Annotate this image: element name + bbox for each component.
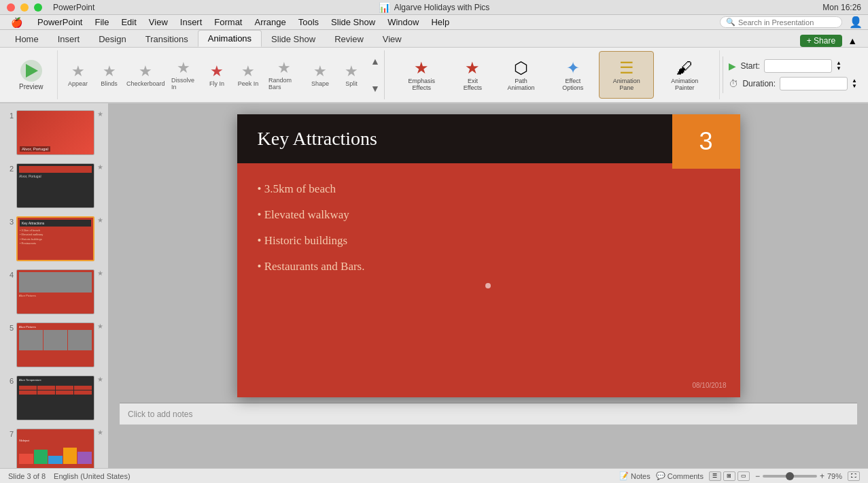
tab-insert[interactable]: Insert	[48, 31, 90, 47]
animation-dissolvein[interactable]: ★ Dissolve In	[167, 56, 201, 93]
notes-area[interactable]: Click to add notes	[120, 403, 857, 424]
animation-flyin[interactable]: ★ Fly In	[202, 60, 232, 90]
menu-tools[interactable]: Tools	[293, 16, 324, 29]
menu-slideshow[interactable]: Slide Show	[326, 16, 381, 29]
language-indicator: English (United States)	[54, 472, 131, 480]
tab-review[interactable]: Review	[325, 31, 373, 47]
emphasis-effects-button[interactable]: ★ Emphasis Effects	[393, 51, 451, 99]
search-bar[interactable]: 🔍	[720, 16, 842, 28]
animation-peekin[interactable]: ★ Peek In	[233, 60, 263, 90]
effect-options-button[interactable]: ✦ Effect Options	[549, 51, 597, 99]
slide-number-1: 1	[4, 112, 14, 120]
notes-button[interactable]: 📝 Notes	[619, 471, 650, 480]
animation-pane-button[interactable]: ☰ Animation Pane	[599, 51, 654, 99]
slide-number-3: 3	[4, 218, 14, 226]
tab-home[interactable]: Home	[5, 31, 48, 47]
menu-powerpoint[interactable]: PowerPoint	[32, 16, 88, 29]
slide-canvas[interactable]: Key Attractions 3 • 3.5km of beach • Ele…	[237, 114, 740, 397]
statusbar-left: Slide 3 of 8 English (United States)	[8, 472, 131, 480]
list-item[interactable]: 1 Alvor, Portugal ★	[3, 109, 105, 156]
thumb7-bar4	[63, 448, 77, 464]
zoom-out-button[interactable]: −	[755, 471, 760, 481]
collapse-ribbon-button[interactable]: ▲	[848, 35, 857, 46]
animation-appear[interactable]: ★ Appear	[63, 60, 93, 90]
maximize-button[interactable]	[34, 3, 42, 12]
menu-insert[interactable]: Insert	[175, 16, 208, 29]
list-item[interactable]: 3 Key Attractions • 3.5km of beach• Elev…	[3, 215, 105, 263]
menu-help[interactable]: Help	[426, 16, 455, 29]
randombars-label: Random Bars	[268, 77, 300, 90]
slide-thumbnail-2[interactable]: Alvor, Portugal	[16, 163, 94, 208]
statusbar: Slide 3 of 8 English (United States) 📝 N…	[0, 468, 868, 483]
animation-checkerboard[interactable]: ★ Checkerboard	[126, 60, 166, 90]
slide-thumbnail-5[interactable]: Alvor Pictures	[16, 322, 94, 367]
start-stepper[interactable]: ▲ ▼	[836, 61, 841, 71]
zoom-in-button[interactable]: +	[820, 471, 824, 481]
duration-stepper[interactable]: ▲ ▼	[852, 78, 857, 89]
menu-format[interactable]: Format	[209, 16, 247, 29]
tab-design[interactable]: Design	[89, 31, 135, 47]
animation-painter-button[interactable]: 🖌 Animation Painter	[655, 51, 714, 99]
fit-screen-button[interactable]: ⛶	[848, 471, 860, 481]
thumb7-bar2	[34, 450, 48, 464]
grid-view-button[interactable]: ⊞	[723, 471, 735, 481]
slide-date: 08/10/2018	[692, 382, 726, 389]
menu-window[interactable]: Window	[382, 16, 424, 29]
slide-count: Slide 3 of 8	[8, 472, 46, 480]
animation-blinds[interactable]: ★ Blinds	[94, 60, 124, 90]
slide-thumbnail-3[interactable]: Key Attractions • 3.5km of beach• Elevat…	[16, 216, 94, 261]
slide-thumbnail-1[interactable]: Alvor, Portugal	[16, 110, 94, 155]
tab-animations[interactable]: Animations	[198, 30, 262, 47]
split-icon: ★	[345, 63, 358, 80]
start-input[interactable]	[764, 59, 832, 73]
user-icon[interactable]: 👤	[849, 16, 863, 29]
zoom-slider[interactable]	[763, 475, 817, 478]
app-window: PowerPoint 📊 Algarve Holidays with Pics …	[0, 0, 868, 483]
zoom-level: 79%	[827, 472, 842, 480]
flyin-icon: ★	[210, 63, 224, 80]
reading-view-button[interactable]: ▭	[737, 471, 750, 481]
list-item[interactable]: 7 Slideject ★	[3, 427, 105, 468]
animation-split[interactable]: ★ Split	[336, 60, 366, 90]
search-input[interactable]	[738, 18, 833, 27]
close-button[interactable]	[7, 3, 15, 12]
minimize-button[interactable]	[20, 3, 29, 12]
cursor	[485, 283, 491, 288]
slide-thumbnail-6[interactable]: Alvor Temperature	[16, 376, 94, 420]
tab-slideshow[interactable]: Slide Show	[262, 31, 325, 47]
tab-transitions[interactable]: Transitions	[136, 31, 198, 47]
exit-effects-button[interactable]: ★ Exit Effects	[452, 51, 494, 99]
path-animation-button[interactable]: ⬡ Path Animation	[495, 51, 546, 99]
slide-thumbnail-4[interactable]: Alvor Pictures	[16, 269, 94, 314]
animation-randombars[interactable]: ★ Random Bars	[264, 56, 304, 93]
list-item[interactable]: 5 Alvor Pictures ★	[3, 321, 105, 369]
thumb6-cell	[19, 386, 37, 390]
tab-view[interactable]: View	[373, 31, 411, 47]
thumb6-cell	[37, 386, 55, 390]
menu-edit[interactable]: Edit	[116, 16, 141, 29]
normal-view-button[interactable]: ☰	[709, 471, 721, 481]
ribbon-group-preview: Preview	[5, 50, 58, 99]
shape-label: Shape	[311, 80, 329, 87]
share-button[interactable]: + Share	[800, 35, 842, 47]
star-3: ★	[97, 216, 104, 224]
scroll-down-icon[interactable]: ▼	[369, 82, 381, 95]
scroll-up-icon[interactable]: ▲	[369, 54, 381, 68]
slide-thumbnail-7[interactable]: Slideject	[16, 429, 94, 468]
slide-number-box: 3	[672, 114, 740, 169]
exit-effects-icon: ★	[465, 59, 480, 78]
thumb6-cell	[74, 386, 92, 390]
menu-arrange[interactable]: Arrange	[249, 16, 291, 29]
list-item[interactable]: 2 Alvor, Portugal ★	[3, 162, 105, 210]
comments-button[interactable]: 💬 Comments	[656, 471, 704, 480]
apple-menu[interactable]: 🍎	[5, 16, 28, 29]
animation-shape[interactable]: ★ Shape	[305, 60, 335, 90]
list-item[interactable]: 4 Alvor Pictures ★	[3, 268, 105, 316]
list-item[interactable]: 6 Alvor Temperature	[3, 374, 105, 422]
shape-icon: ★	[313, 63, 327, 80]
duration-input[interactable]	[780, 77, 848, 90]
menu-view[interactable]: View	[143, 16, 173, 29]
preview-button[interactable]: Preview	[11, 57, 52, 93]
ribbon: Home Insert Design Transitions Animation…	[0, 30, 868, 103]
menu-file[interactable]: File	[89, 16, 114, 29]
